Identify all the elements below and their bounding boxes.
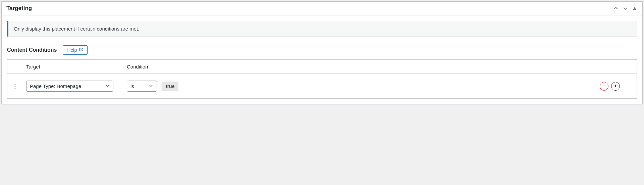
svg-point-3 bbox=[15, 86, 16, 87]
panel-controls bbox=[613, 5, 638, 11]
section-title: Content Conditions bbox=[7, 47, 57, 53]
target-select[interactable]: Page Type: Homepage bbox=[26, 81, 113, 92]
svg-point-5 bbox=[15, 88, 16, 89]
remove-condition-button[interactable] bbox=[600, 82, 608, 91]
table-row: Page Type: Homepage is bbox=[7, 74, 637, 98]
move-down-icon[interactable] bbox=[622, 5, 628, 11]
target-select-value: Page Type: Homepage bbox=[30, 83, 81, 89]
panel-header: Targeting bbox=[2, 2, 642, 15]
section-header: Content Conditions Help bbox=[7, 45, 637, 55]
help-button[interactable]: Help bbox=[63, 45, 88, 55]
condition-operator-select[interactable]: is bbox=[127, 81, 157, 92]
targeting-panel: Targeting Only display this placement if… bbox=[1, 1, 643, 104]
svg-point-2 bbox=[14, 86, 15, 87]
chevron-down-icon bbox=[105, 83, 110, 89]
chevron-down-icon bbox=[149, 83, 153, 89]
move-up-icon[interactable] bbox=[613, 5, 619, 11]
column-header-target: Target bbox=[23, 64, 124, 70]
conditions-table: Target Condition Page Typ bbox=[7, 59, 637, 99]
svg-point-0 bbox=[14, 84, 15, 85]
condition-value-badge: true bbox=[162, 82, 178, 91]
minus-icon bbox=[602, 84, 606, 89]
condition-operator-value: is bbox=[130, 83, 134, 89]
panel-body: Only display this placement if certain c… bbox=[2, 15, 642, 104]
collapse-toggle-icon[interactable] bbox=[632, 5, 638, 11]
plus-icon bbox=[613, 84, 618, 89]
drag-handle-icon[interactable] bbox=[7, 83, 23, 89]
info-notice: Only display this placement if certain c… bbox=[7, 21, 637, 37]
svg-point-1 bbox=[15, 84, 16, 85]
help-button-label: Help bbox=[67, 47, 77, 53]
column-header-condition: Condition bbox=[124, 64, 600, 70]
svg-point-4 bbox=[14, 88, 15, 89]
external-link-icon bbox=[79, 47, 83, 53]
add-condition-button[interactable] bbox=[611, 82, 620, 91]
panel-title: Targeting bbox=[6, 5, 32, 12]
table-header: Target Condition bbox=[7, 60, 637, 74]
